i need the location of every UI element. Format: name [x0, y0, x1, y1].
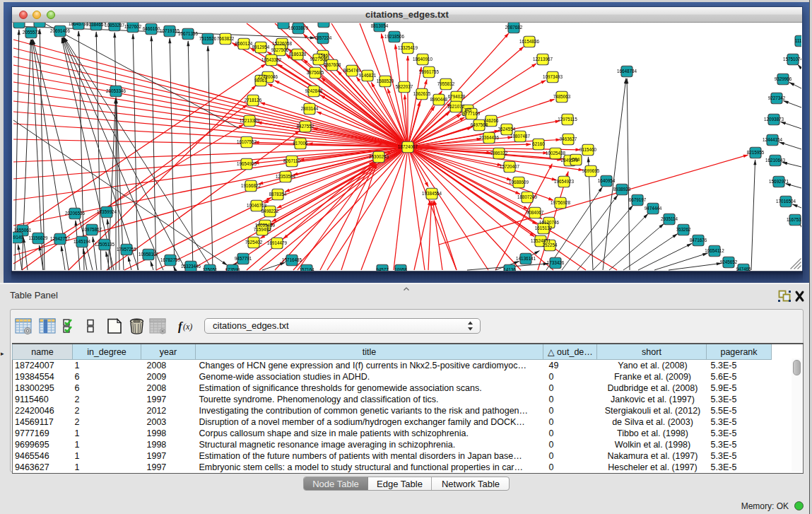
svg-text:6497568: 6497568: [471, 122, 488, 127]
svg-text:8454749: 8454749: [343, 68, 361, 73]
svg-text:10973493: 10973493: [543, 74, 563, 79]
svg-text:8267110: 8267110: [283, 158, 301, 163]
svg-text:8471676: 8471676: [690, 238, 707, 243]
svg-text:8912954: 8912954: [252, 45, 270, 49]
svg-text:16154836: 16154836: [519, 39, 540, 44]
svg-text:1733426: 1733426: [547, 260, 565, 265]
svg-text:16107552: 16107552: [237, 139, 257, 144]
svg-text:9115460: 9115460: [579, 147, 597, 152]
svg-text:6466160: 6466160: [143, 26, 160, 31]
svg-text:13325419: 13325419: [398, 45, 418, 50]
svg-text:3875685: 3875685: [307, 70, 324, 75]
svg-text:584: 584: [572, 157, 580, 162]
svg-text:12505135: 12505135: [95, 242, 115, 247]
svg-text:8427552: 8427552: [297, 124, 314, 129]
svg-text:19654923: 19654923: [554, 179, 575, 184]
svg-text:15692971: 15692971: [769, 179, 789, 184]
svg-text:20384657: 20384657: [86, 23, 107, 27]
svg-text:6794028: 6794028: [448, 94, 466, 99]
svg-text:9474444: 9474444: [645, 206, 662, 211]
svg-text:2867608: 2867608: [324, 62, 341, 67]
svg-text:1145194: 1145194: [73, 239, 91, 244]
svg-text:2803144: 2803144: [301, 106, 319, 111]
svg-text:20691406: 20691406: [50, 28, 71, 33]
svg-text:26053346: 26053346: [106, 88, 126, 93]
svg-text:12975115: 12975115: [558, 117, 577, 122]
svg-text:3624554: 3624554: [498, 127, 516, 132]
svg-text:19218506: 19218506: [384, 34, 405, 39]
svg-text:9327506: 9327506: [271, 47, 289, 52]
svg-text:8938923: 8938923: [613, 187, 631, 192]
svg-text:17016504: 17016504: [776, 199, 796, 204]
svg-text:10654112: 10654112: [705, 248, 724, 253]
svg-text:9777169: 9777169: [463, 111, 481, 116]
svg-text:12213389: 12213389: [240, 118, 260, 123]
svg-text:(x): (x): [183, 322, 192, 332]
svg-text:15720407: 15720407: [500, 164, 520, 169]
svg-text:19166822: 19166822: [241, 183, 261, 188]
svg-text:9242848: 9242848: [305, 88, 323, 93]
svg-text:15226058: 15226058: [272, 41, 293, 46]
svg-text:12213967: 12213967: [533, 57, 553, 62]
svg-text:10719155: 10719155: [160, 28, 180, 33]
svg-text:7986322: 7986322: [490, 151, 508, 156]
svg-text:9084067: 9084067: [526, 210, 544, 215]
svg-text:1167533: 1167533: [787, 217, 801, 222]
svg-text:16648784: 16648784: [617, 69, 637, 74]
svg-text:7485063: 7485063: [553, 94, 571, 99]
svg-text:25300293: 25300293: [369, 154, 389, 159]
svg-text:17359924: 17359924: [97, 209, 117, 214]
svg-text:10807487: 10807487: [510, 134, 531, 139]
svg-text:9227342: 9227342: [768, 95, 786, 100]
svg-text:9146821: 9146821: [359, 73, 377, 78]
svg-text:12353594: 12353594: [276, 174, 296, 179]
svg-text:9329966: 9329966: [775, 76, 792, 81]
svg-text:10688609: 10688609: [509, 180, 529, 185]
svg-text:2718126: 2718126: [245, 98, 262, 103]
svg-text:2055571: 2055571: [23, 30, 40, 35]
svg-text:252254: 252254: [542, 243, 558, 247]
svg-text:18640910: 18640910: [413, 57, 433, 62]
svg-text:7955812: 7955812: [437, 81, 455, 86]
svg-text:9457791: 9457791: [235, 256, 252, 261]
svg-text:18724007: 18724007: [398, 144, 418, 149]
svg-text:9245652: 9245652: [720, 259, 738, 264]
svg-text:9463627: 9463627: [560, 136, 577, 141]
svg-text:1640954: 1640954: [598, 178, 616, 183]
svg-text:8990448: 8990448: [430, 97, 448, 102]
svg-text:7625402: 7625402: [245, 240, 263, 245]
svg-text:16033809: 16033809: [288, 25, 309, 30]
svg-text:6679197: 6679197: [629, 197, 647, 202]
svg-text:11172: 11172: [795, 38, 801, 43]
svg-text:1655061: 1655061: [14, 228, 32, 233]
svg-text:16210643: 16210643: [765, 158, 786, 163]
svg-text:10958107: 10958107: [139, 252, 159, 257]
svg-text:10853287: 10853287: [105, 23, 125, 28]
svg-text:8498222: 8498222: [261, 209, 279, 214]
svg-text:14136141: 14136141: [516, 256, 536, 261]
svg-text:17957255: 17957255: [117, 247, 137, 252]
svg-text:10025438: 10025438: [546, 151, 566, 156]
svg-text:12093873: 12093873: [764, 117, 784, 122]
svg-text:15716485: 15716485: [282, 257, 302, 262]
svg-text:1588520: 1588520: [377, 78, 394, 83]
svg-text:2935114: 2935114: [661, 216, 678, 221]
svg-text:8813054: 8813054: [371, 23, 389, 28]
svg-text:2087682: 2087682: [505, 25, 523, 30]
svg-text:8186328: 8186328: [289, 52, 307, 57]
svg-text:1362615: 1362615: [413, 91, 431, 96]
svg-text:98961: 98961: [254, 78, 267, 83]
svg-text:9699695: 9699695: [582, 168, 600, 173]
svg-text:1615132: 1615132: [535, 226, 553, 230]
svg-text:10975867: 10975867: [82, 227, 102, 232]
svg-text:20206536: 20206536: [65, 211, 86, 216]
svg-text:19384554: 19384554: [422, 191, 442, 196]
svg-text:12444154: 12444154: [763, 137, 783, 142]
svg-text:1527602: 1527602: [124, 24, 142, 29]
svg-text:10046768: 10046768: [247, 203, 267, 208]
svg-text:7663822: 7663822: [217, 36, 235, 41]
svg-text:16120746: 16120746: [539, 220, 560, 225]
svg-text:16914479: 16914479: [267, 240, 288, 245]
svg-text:39149: 39149: [13, 235, 23, 240]
svg-text:16961755: 16961755: [419, 69, 440, 74]
